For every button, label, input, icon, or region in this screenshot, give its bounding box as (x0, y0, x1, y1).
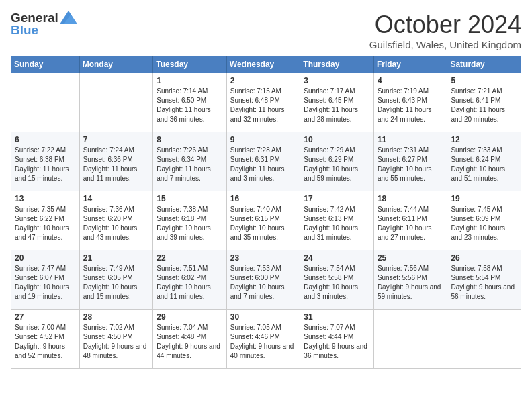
day-number: 15 (157, 194, 223, 203)
day-number: 20 (15, 253, 76, 263)
calendar-cell: 2Sunrise: 7:15 AMSunset: 6:48 PMDaylight… (226, 73, 300, 132)
logo-icon (60, 11, 77, 24)
calendar-cell: 19Sunrise: 7:45 AMSunset: 6:09 PMDayligh… (447, 191, 521, 250)
calendar-cell: 15Sunrise: 7:38 AMSunset: 6:18 PMDayligh… (153, 191, 227, 250)
calendar-cell: 10Sunrise: 7:29 AMSunset: 6:29 PMDayligh… (300, 132, 374, 191)
day-number: 16 (230, 194, 297, 203)
cell-content: Sunrise: 7:51 AMSunset: 6:02 PMDaylight:… (157, 264, 223, 302)
calendar-week-5: 27Sunrise: 7:00 AMSunset: 4:52 PMDayligh… (11, 310, 521, 369)
cell-content: Sunrise: 7:04 AMSunset: 4:48 PMDaylight:… (157, 323, 223, 361)
calendar-week-2: 6Sunrise: 7:22 AMSunset: 6:38 PMDaylight… (11, 132, 521, 191)
day-number: 2 (230, 76, 297, 85)
day-number: 30 (230, 312, 297, 322)
calendar-cell: 22Sunrise: 7:51 AMSunset: 6:02 PMDayligh… (153, 250, 227, 310)
day-number: 4 (378, 76, 444, 85)
day-header-tuesday: Tuesday (153, 56, 227, 73)
calendar-cell: 8Sunrise: 7:26 AMSunset: 6:34 PMDaylight… (153, 132, 227, 191)
calendar-cell: 1Sunrise: 7:14 AMSunset: 6:50 PMDaylight… (153, 73, 227, 132)
day-number: 13 (15, 194, 76, 203)
day-number: 31 (304, 312, 370, 322)
cell-content: Sunrise: 7:54 AMSunset: 5:58 PMDaylight:… (304, 264, 370, 302)
cell-content: Sunrise: 7:15 AMSunset: 6:48 PMDaylight:… (230, 87, 297, 124)
cell-content: Sunrise: 7:53 AMSunset: 6:00 PMDaylight:… (230, 264, 297, 302)
calendar-cell: 20Sunrise: 7:47 AMSunset: 6:07 PMDayligh… (11, 250, 80, 310)
cell-content: Sunrise: 7:47 AMSunset: 6:07 PMDaylight:… (15, 264, 76, 302)
day-number: 1 (157, 76, 223, 85)
calendar-cell: 12Sunrise: 7:33 AMSunset: 6:24 PMDayligh… (447, 132, 521, 191)
calendar-cell: 31Sunrise: 7:07 AMSunset: 4:44 PMDayligh… (300, 310, 374, 369)
calendar-body: 1Sunrise: 7:14 AMSunset: 6:50 PMDaylight… (11, 73, 521, 369)
page-header: General Blue October 2024 Guilsfield, Wa… (11, 11, 521, 50)
day-number: 28 (83, 312, 150, 322)
day-number: 29 (157, 312, 223, 322)
calendar-cell: 9Sunrise: 7:28 AMSunset: 6:31 PMDaylight… (226, 132, 300, 191)
cell-content: Sunrise: 7:35 AMSunset: 6:22 PMDaylight:… (15, 205, 76, 242)
logo: General Blue (11, 11, 77, 38)
calendar-cell: 11Sunrise: 7:31 AMSunset: 6:27 PMDayligh… (373, 132, 447, 191)
day-number: 8 (157, 135, 223, 144)
cell-content: Sunrise: 7:31 AMSunset: 6:27 PMDaylight:… (378, 146, 444, 183)
day-number: 22 (157, 253, 223, 263)
location-text: Guilsfield, Wales, United Kingdom (369, 39, 521, 50)
day-number: 24 (304, 253, 370, 263)
calendar-week-1: 1Sunrise: 7:14 AMSunset: 6:50 PMDaylight… (11, 73, 521, 132)
day-header-sunday: Sunday (11, 56, 80, 73)
cell-content: Sunrise: 7:21 AMSunset: 6:41 PMDaylight:… (451, 87, 517, 124)
calendar-cell: 6Sunrise: 7:22 AMSunset: 6:38 PMDaylight… (11, 132, 80, 191)
calendar-cell: 17Sunrise: 7:42 AMSunset: 6:13 PMDayligh… (300, 191, 374, 250)
title-section: October 2024 Guilsfield, Wales, United K… (369, 11, 521, 50)
cell-content: Sunrise: 7:17 AMSunset: 6:45 PMDaylight:… (304, 87, 370, 124)
cell-content: Sunrise: 7:24 AMSunset: 6:36 PMDaylight:… (83, 146, 150, 183)
calendar-cell: 13Sunrise: 7:35 AMSunset: 6:22 PMDayligh… (11, 191, 80, 250)
calendar-cell: 16Sunrise: 7:40 AMSunset: 6:15 PMDayligh… (226, 191, 300, 250)
cell-content: Sunrise: 7:02 AMSunset: 4:50 PMDaylight:… (83, 323, 150, 361)
cell-content: Sunrise: 7:49 AMSunset: 6:05 PMDaylight:… (83, 264, 150, 302)
cell-content: Sunrise: 7:28 AMSunset: 6:31 PMDaylight:… (230, 146, 297, 183)
cell-content: Sunrise: 7:26 AMSunset: 6:34 PMDaylight:… (157, 146, 223, 183)
calendar-cell: 7Sunrise: 7:24 AMSunset: 6:36 PMDaylight… (79, 132, 153, 191)
day-header-friday: Friday (373, 56, 447, 73)
day-number: 21 (83, 253, 150, 263)
day-number: 19 (451, 194, 517, 203)
day-header-wednesday: Wednesday (226, 56, 300, 73)
day-number: 12 (451, 135, 517, 144)
cell-content: Sunrise: 7:29 AMSunset: 6:29 PMDaylight:… (304, 146, 370, 183)
day-header-monday: Monday (79, 56, 153, 73)
calendar-cell (79, 73, 153, 132)
calendar-cell: 30Sunrise: 7:05 AMSunset: 4:46 PMDayligh… (226, 310, 300, 369)
calendar-header-row: SundayMondayTuesdayWednesdayThursdayFrid… (11, 56, 521, 73)
cell-content: Sunrise: 7:33 AMSunset: 6:24 PMDaylight:… (451, 146, 517, 183)
calendar-cell: 26Sunrise: 7:58 AMSunset: 5:54 PMDayligh… (447, 250, 521, 310)
cell-content: Sunrise: 7:42 AMSunset: 6:13 PMDaylight:… (304, 205, 370, 242)
calendar-cell: 23Sunrise: 7:53 AMSunset: 6:00 PMDayligh… (226, 250, 300, 310)
cell-content: Sunrise: 7:00 AMSunset: 4:52 PMDaylight:… (15, 323, 76, 361)
cell-content: Sunrise: 7:19 AMSunset: 6:43 PMDaylight:… (378, 87, 444, 124)
day-number: 26 (451, 253, 517, 263)
calendar-week-4: 20Sunrise: 7:47 AMSunset: 6:07 PMDayligh… (11, 250, 521, 310)
calendar-cell: 4Sunrise: 7:19 AMSunset: 6:43 PMDaylight… (373, 73, 447, 132)
cell-content: Sunrise: 7:58 AMSunset: 5:54 PMDaylight:… (451, 264, 517, 302)
cell-content: Sunrise: 7:05 AMSunset: 4:46 PMDaylight:… (230, 323, 297, 361)
day-number: 7 (83, 135, 150, 144)
cell-content: Sunrise: 7:40 AMSunset: 6:15 PMDaylight:… (230, 205, 297, 242)
cell-content: Sunrise: 7:22 AMSunset: 6:38 PMDaylight:… (15, 146, 76, 183)
day-header-saturday: Saturday (447, 56, 521, 73)
day-number: 17 (304, 194, 370, 203)
day-number: 5 (451, 76, 517, 85)
day-number: 9 (230, 135, 297, 144)
day-number: 10 (304, 135, 370, 144)
day-number: 6 (15, 135, 76, 144)
calendar-cell (11, 73, 80, 132)
calendar-cell: 24Sunrise: 7:54 AMSunset: 5:58 PMDayligh… (300, 250, 374, 310)
cell-content: Sunrise: 7:14 AMSunset: 6:50 PMDaylight:… (157, 87, 223, 124)
calendar-cell (373, 310, 447, 369)
cell-content: Sunrise: 7:56 AMSunset: 5:56 PMDaylight:… (378, 264, 444, 302)
cell-content: Sunrise: 7:45 AMSunset: 6:09 PMDaylight:… (451, 205, 517, 242)
cell-content: Sunrise: 7:44 AMSunset: 6:11 PMDaylight:… (378, 205, 444, 242)
calendar-cell: 14Sunrise: 7:36 AMSunset: 6:20 PMDayligh… (79, 191, 153, 250)
day-number: 3 (304, 76, 370, 85)
day-number: 18 (378, 194, 444, 203)
calendar-cell: 25Sunrise: 7:56 AMSunset: 5:56 PMDayligh… (373, 250, 447, 310)
calendar-cell: 27Sunrise: 7:00 AMSunset: 4:52 PMDayligh… (11, 310, 80, 369)
cell-content: Sunrise: 7:36 AMSunset: 6:20 PMDaylight:… (83, 205, 150, 242)
